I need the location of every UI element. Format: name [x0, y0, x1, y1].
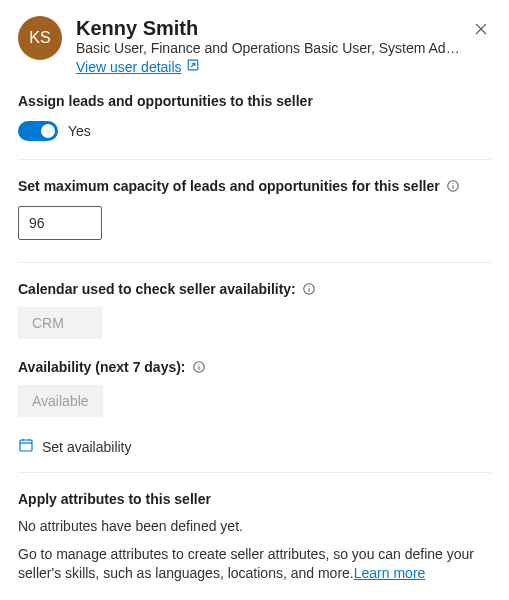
info-icon[interactable] — [446, 179, 460, 193]
svg-point-3 — [452, 183, 453, 184]
learn-more-link[interactable]: Learn more — [354, 565, 426, 581]
availability-label-row: Availability (next 7 days): — [18, 359, 491, 375]
availability-label: Availability (next 7 days): — [18, 359, 186, 375]
panel-header: KS Kenny Smith Basic User, Finance and O… — [18, 16, 491, 75]
close-button[interactable] — [467, 16, 495, 44]
header-info: Kenny Smith Basic User, Finance and Oper… — [76, 16, 491, 75]
calendar-icon — [18, 437, 34, 456]
availability-value: Available — [18, 385, 103, 417]
toggle-knob — [41, 124, 55, 138]
calendar-label-row: Calendar used to check seller availabili… — [18, 281, 491, 297]
calendar-value: CRM — [18, 307, 102, 339]
attributes-heading: Apply attributes to this seller — [18, 491, 491, 507]
info-icon[interactable] — [302, 282, 316, 296]
set-availability-button[interactable]: Set availability — [18, 437, 491, 456]
info-icon[interactable] — [192, 360, 206, 374]
close-icon — [474, 22, 488, 39]
assign-toggle[interactable] — [18, 121, 58, 141]
external-link-icon — [186, 58, 200, 75]
svg-point-6 — [308, 286, 309, 287]
user-roles: Basic User, Finance and Operations Basic… — [76, 40, 471, 56]
attributes-description: Go to manage attributes to create seller… — [18, 545, 491, 584]
set-availability-label: Set availability — [42, 439, 132, 455]
calendar-label: Calendar used to check seller availabili… — [18, 281, 296, 297]
view-user-details-link[interactable]: View user details — [76, 58, 200, 75]
user-name: Kenny Smith — [76, 16, 491, 40]
divider — [18, 159, 491, 160]
divider — [18, 472, 491, 473]
assign-toggle-value: Yes — [68, 123, 91, 139]
divider — [18, 262, 491, 263]
assign-label: Assign leads and opportunities to this s… — [18, 93, 491, 109]
capacity-label-row: Set maximum capacity of leads and opport… — [18, 178, 491, 194]
avatar: KS — [18, 16, 62, 60]
capacity-input[interactable] — [18, 206, 102, 240]
assign-toggle-row: Yes — [18, 121, 491, 141]
svg-rect-10 — [20, 440, 32, 451]
view-details-label: View user details — [76, 59, 182, 75]
svg-point-9 — [198, 364, 199, 365]
capacity-label: Set maximum capacity of leads and opport… — [18, 178, 440, 194]
attributes-empty-text: No attributes have been defined yet. — [18, 517, 491, 537]
